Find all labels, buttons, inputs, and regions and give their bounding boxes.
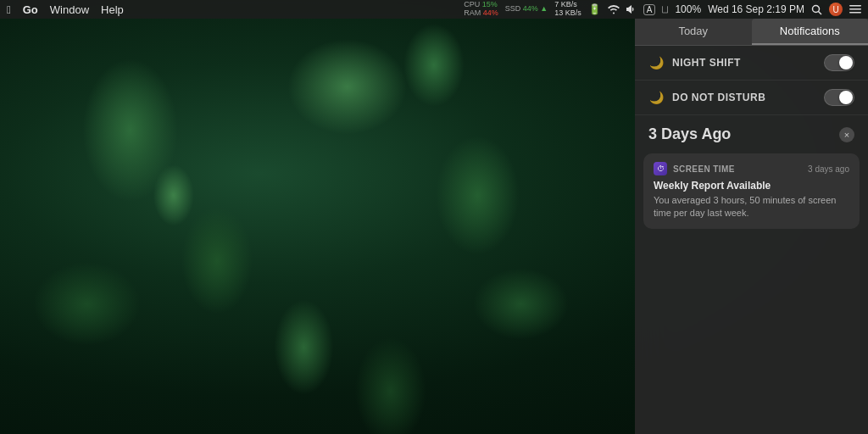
do-not-disturb-toggle[interactable] [824, 89, 854, 106]
ssd-stats: SSD 44% ▲ [505, 5, 548, 14]
search-icon[interactable] [811, 4, 822, 15]
svg-rect-2 [849, 5, 861, 7]
do-not-disturb-label: DO NOT DISTURB [672, 92, 824, 103]
battery-percent: 100% [675, 3, 701, 15]
volume-icon[interactable] [626, 4, 637, 14]
notification-panel: Today Notifications 🌙 NIGHT SHIFT 🌙 DO N… [635, 19, 868, 434]
wifi-icon[interactable] [608, 4, 620, 14]
notification-app-name: SCREEN TIME [673, 164, 808, 174]
ram-value: 44% [483, 8, 498, 17]
bluetooth-icon[interactable]: ⨆ [662, 3, 668, 15]
screen-time-app-icon: ⏱ [654, 162, 667, 175]
tab-today[interactable]: Today [635, 19, 752, 45]
night-shift-icon: 🌙 [648, 55, 664, 70]
app-name[interactable]: Go [23, 3, 38, 16]
battery-status: 🔋 [588, 3, 601, 15]
help-menu[interactable]: Help [101, 3, 124, 16]
svg-point-0 [813, 5, 820, 12]
do-not-disturb-row: 🌙 DO NOT DISTURB [635, 81, 868, 115]
date-group-header: 3 Days Ago × [648, 125, 854, 143]
date-group-title: 3 Days Ago [648, 125, 731, 143]
network-stats: 7 KB/s 13 KB/s [554, 1, 581, 18]
panel-tabs: Today Notifications [635, 19, 868, 46]
notification-title: Weekly Report Available [654, 180, 849, 192]
night-shift-label: NIGHT SHIFT [672, 57, 824, 69]
control-center-icon[interactable] [849, 5, 861, 14]
user-avatar[interactable]: U [829, 3, 843, 16]
night-shift-toggle[interactable] [824, 54, 854, 71]
menubar-right: CPU 15% RAM 44% SSD 44% ▲ 7 KB/s 13 KB/s… [464, 1, 861, 18]
menubar-left:  Go Window Help [7, 3, 124, 16]
notification-body: You averaged 3 hours, 50 minutes of scre… [654, 194, 849, 220]
svg-rect-4 [849, 12, 861, 14]
notification-time: 3 days ago [808, 164, 849, 174]
datetime: Wed 16 Sep 2:19 PM [708, 3, 804, 15]
ssd-value: 44% [523, 4, 538, 13]
system-stats: CPU 15% RAM 44% [464, 1, 498, 18]
night-shift-row: 🌙 NIGHT SHIFT [635, 46, 868, 81]
svg-rect-3 [849, 8, 861, 10]
svg-line-1 [819, 11, 822, 14]
date-group-close-button[interactable]: × [839, 127, 854, 142]
window-menu[interactable]: Window [50, 3, 89, 16]
tab-notifications[interactable]: Notifications [752, 19, 869, 45]
notification-header: ⏱ SCREEN TIME 3 days ago [654, 162, 849, 175]
date-group: 3 Days Ago × [635, 115, 868, 148]
apple-menu[interactable]:  [7, 3, 11, 16]
input-method-icon[interactable]: A [643, 4, 656, 15]
cpu-value: 15% [482, 0, 498, 8]
menubar:  Go Window Help CPU 15% RAM 44% SSD 44%… [0, 0, 868, 19]
notification-card[interactable]: ⏱ SCREEN TIME 3 days ago Weekly Report A… [643, 153, 860, 229]
do-not-disturb-icon: 🌙 [648, 90, 664, 105]
